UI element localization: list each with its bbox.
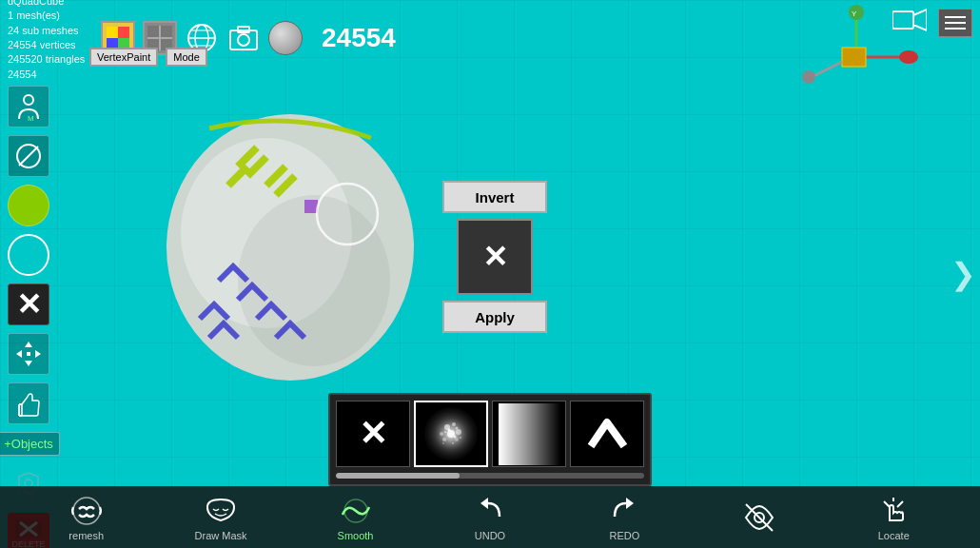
smooth-button[interactable]: Smooth [327, 494, 384, 541]
triangles: 245520 triangles [8, 52, 93, 67]
svg-marker-63 [480, 498, 488, 509]
svg-rect-0 [107, 27, 118, 38]
locate-label: Locate [878, 530, 910, 541]
undo-icon [473, 494, 507, 528]
redo-icon [607, 494, 641, 528]
svg-point-54 [447, 428, 450, 431]
add-objects-button[interactable]: +Objects [0, 432, 60, 456]
svg-marker-16 [913, 10, 927, 30]
invert-apply-panel: Invert ✕ Apply [438, 181, 552, 333]
apply-button[interactable]: Apply [442, 301, 547, 333]
draw-mask-icon [204, 494, 238, 528]
svg-point-13 [238, 34, 249, 46]
left-sidebar: M ✕ +Objects [0, 76, 57, 548]
svg-line-67 [884, 501, 890, 507]
svg-point-57 [455, 426, 458, 429]
object-count-display: 24554 [322, 23, 396, 53]
mode-button[interactable]: Mode [166, 48, 207, 67]
undo-button[interactable]: UNDO [461, 494, 519, 541]
redo-label: REDO [610, 530, 640, 541]
svg-marker-30 [25, 361, 32, 366]
brush-gradient-item[interactable] [492, 401, 566, 467]
add-objects-label: +Objects [4, 437, 53, 451]
brush-noise-item[interactable] [414, 401, 488, 467]
brush-progress-fill [336, 473, 460, 479]
remesh-label: remesh [69, 530, 104, 541]
remesh-icon [69, 494, 104, 528]
undo-label: UNDO [475, 530, 505, 541]
svg-point-56 [444, 431, 446, 433]
svg-point-55 [453, 435, 456, 438]
svg-point-60 [460, 437, 461, 439]
video-camera-icon[interactable] [892, 8, 927, 38]
svg-line-28 [19, 147, 38, 166]
svg-point-43 [238, 195, 390, 366]
brush-x-item[interactable]: ✕ [336, 401, 410, 467]
bottom-toolbar: remesh Draw Mask Smooth [0, 486, 980, 548]
brush-row: ✕ [336, 401, 644, 467]
invert-preview-box[interactable]: ✕ [457, 219, 533, 295]
person-icon-button[interactable]: M [8, 86, 49, 127]
svg-point-49 [440, 432, 443, 436]
mesh-info: dQuadCube 1 mesh(es) 24 sub meshes 24554… [8, 0, 93, 82]
svg-text:M: M [28, 114, 34, 121]
svg-line-68 [897, 501, 903, 507]
svg-point-48 [452, 422, 456, 426]
vertices: 24554 vertices [8, 38, 93, 52]
mesh-count: 1 mesh(es) [8, 9, 93, 23]
brush-chevron-item[interactable] [570, 401, 644, 467]
svg-point-59 [442, 442, 444, 444]
green-dot-button[interactable] [8, 185, 49, 226]
menu-icon[interactable] [938, 9, 972, 37]
svg-marker-29 [25, 342, 32, 347]
vertex-paint-button[interactable]: VertexPaint [89, 48, 158, 67]
svg-marker-31 [16, 350, 22, 358]
smooth-icon [339, 494, 373, 528]
draw-mask-button[interactable]: Draw Mask [192, 494, 249, 541]
svg-point-50 [456, 429, 461, 435]
remesh-button[interactable]: remesh [58, 494, 115, 541]
svg-point-61 [73, 498, 100, 524]
smooth-label: Smooth [338, 530, 374, 541]
svg-marker-32 [35, 350, 41, 358]
app-title: dQuadCube [8, 0, 93, 9]
mode-buttons: VertexPaint Mode [86, 48, 207, 67]
invert-button[interactable]: Invert [442, 181, 547, 213]
locate-button[interactable]: Locate [865, 494, 922, 541]
svg-rect-33 [27, 352, 30, 356]
camera-icon[interactable] [226, 21, 261, 55]
svg-line-66 [746, 504, 773, 531]
svg-point-25 [24, 95, 33, 105]
svg-rect-1 [118, 27, 129, 38]
redo-button[interactable]: REDO [596, 494, 653, 541]
hide-button[interactable] [731, 500, 788, 535]
svg-point-58 [452, 442, 454, 444]
like-icon-button[interactable] [8, 382, 49, 424]
top-right-icons [892, 8, 972, 38]
svg-rect-15 [892, 11, 913, 29]
hide-icon [742, 500, 776, 535]
3d-head-object[interactable] [143, 90, 447, 395]
sub-meshes: 24 sub meshes [8, 24, 93, 38]
brush-progress-bar[interactable] [336, 473, 644, 479]
locate-icon [876, 494, 911, 528]
sphere-preview [268, 21, 303, 55]
right-arrow-button[interactable]: ❯ [951, 256, 976, 292]
top-bar: dQuadCube 1 mesh(es) 24 sub meshes 24554… [0, 0, 980, 76]
brush-panel: ✕ [328, 393, 652, 486]
svg-point-52 [455, 438, 459, 441]
svg-point-51 [442, 438, 446, 441]
svg-marker-64 [626, 498, 634, 509]
dark-x-button[interactable]: ✕ [8, 284, 49, 325]
move-transform-button[interactable] [8, 333, 49, 375]
draw-mask-label: Draw Mask [195, 530, 247, 541]
circle-outline-button[interactable] [8, 234, 49, 276]
slash-icon-button[interactable] [8, 135, 49, 177]
